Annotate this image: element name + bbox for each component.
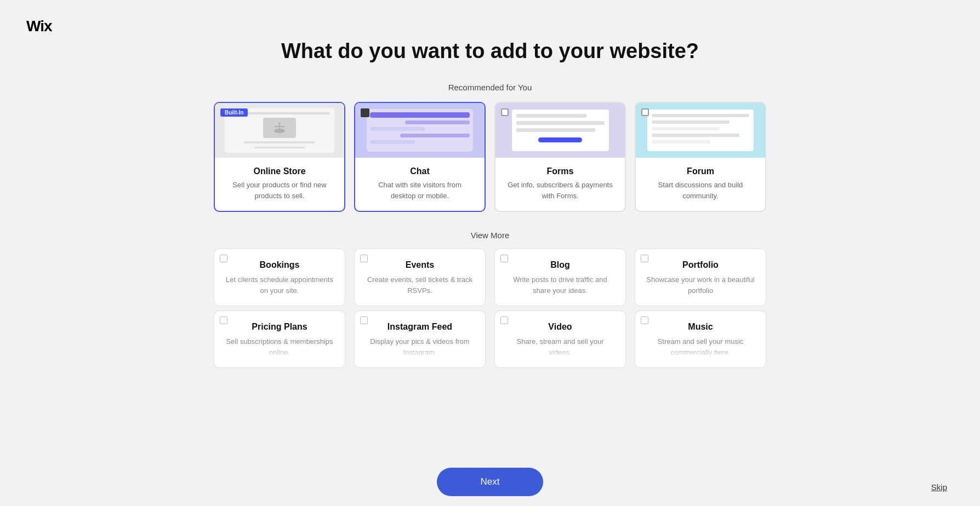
checkbox-blog[interactable] [500, 255, 508, 262]
wix-logo: Wix [26, 18, 52, 35]
card-title-blog: Blog [505, 260, 616, 270]
card-desc-music: Stream and sell your music commercially … [645, 336, 756, 358]
checkbox-music[interactable] [641, 317, 648, 324]
card-desc-video: Share, stream and sell your videos. [505, 336, 616, 358]
card-online-store[interactable]: Built-In Online Store Sell your products… [214, 102, 345, 212]
card-blog[interactable]: Blog Write posts to drive traffic and sh… [494, 249, 626, 306]
card-title-forms: Forms [505, 166, 615, 176]
card-desc-forms: Get info, subscribers & payments with Fo… [505, 180, 615, 201]
checkbox-bookings[interactable] [220, 255, 227, 262]
card-title-pricing-plans: Pricing Plans [224, 322, 335, 332]
card-image-forum [636, 103, 765, 158]
card-desc-blog: Write posts to drive traffic and share y… [505, 274, 616, 296]
main-container: What do you want to add to your website?… [0, 0, 980, 372]
checkbox-video[interactable] [500, 317, 508, 324]
page-title: What do you want to add to your website? [281, 39, 699, 63]
card-body-chat: Chat Chat with site visitors from deskto… [355, 158, 485, 211]
card-bookings[interactable]: Bookings Let clients schedule appointmen… [214, 249, 345, 306]
card-desc-instagram-feed: Display your pics & videos from Instagra… [364, 336, 475, 358]
card-body-online-store: Online Store Sell your products or find … [215, 158, 344, 211]
card-forum[interactable]: Forum Start discussions and build commun… [635, 102, 766, 212]
card-title-chat: Chat [365, 166, 475, 176]
card-title-forum: Forum [646, 166, 755, 176]
skip-button[interactable]: Skip [931, 482, 947, 492]
card-desc-pricing-plans: Sell subscriptions & memberships online. [224, 336, 335, 358]
checkbox-events[interactable] [360, 255, 368, 262]
card-desc-online-store: Sell your products or find new products … [225, 180, 334, 201]
viewmore-row2: Pricing Plans Sell subscriptions & membe… [214, 311, 766, 368]
checkbox-instagram-feed[interactable] [360, 317, 368, 324]
card-portfolio[interactable]: Portfolio Showcase your work in a beauti… [635, 249, 766, 306]
card-title-video: Video [505, 322, 616, 332]
card-image-forms [495, 103, 625, 158]
viewmore-row1: Bookings Let clients schedule appointmen… [214, 249, 766, 306]
card-desc-portfolio: Showcase your work in a beautiful portfo… [645, 274, 756, 296]
view-more-label: View More [471, 231, 510, 240]
card-body-forms: Forms Get info, subscribers & payments w… [495, 158, 625, 211]
card-title-music: Music [645, 322, 756, 332]
checkbox-pricing-plans[interactable] [220, 317, 227, 324]
card-image-chat [355, 103, 485, 158]
bottom-nav: Next [0, 458, 980, 506]
next-button[interactable]: Next [437, 468, 544, 496]
card-desc-forum: Start discussions and build community. [646, 180, 755, 201]
card-desc-chat: Chat with site visitors from desktop or … [365, 180, 475, 201]
card-title-events: Events [364, 260, 475, 270]
card-desc-events: Create events, sell tickets & track RSVP… [364, 274, 475, 296]
card-body-forum: Forum Start discussions and build commun… [636, 158, 765, 211]
card-chat[interactable]: Chat Chat with site visitors from deskto… [354, 102, 486, 212]
card-forms[interactable]: Forms Get info, subscribers & payments w… [494, 102, 626, 212]
card-image-online-store: Built-In [215, 103, 344, 158]
card-title-portfolio: Portfolio [645, 260, 756, 270]
card-title-bookings: Bookings [224, 260, 335, 270]
recommended-cards-grid: Built-In Online Store Sell your products… [214, 102, 766, 212]
card-desc-bookings: Let clients schedule appointments on you… [224, 274, 335, 296]
card-instagram-feed[interactable]: Instagram Feed Display your pics & video… [354, 311, 486, 368]
card-title-online-store: Online Store [225, 166, 334, 176]
built-in-badge: Built-In [220, 108, 248, 117]
recommended-label: Recommended for You [448, 83, 532, 92]
card-title-instagram-feed: Instagram Feed [364, 322, 475, 332]
card-events[interactable]: Events Create events, sell tickets & tra… [354, 249, 486, 306]
card-video[interactable]: Video Share, stream and sell your videos… [494, 311, 626, 368]
card-music[interactable]: Music Stream and sell your music commerc… [635, 311, 766, 368]
card-pricing-plans[interactable]: Pricing Plans Sell subscriptions & membe… [214, 311, 345, 368]
checkbox-portfolio[interactable] [641, 255, 648, 262]
